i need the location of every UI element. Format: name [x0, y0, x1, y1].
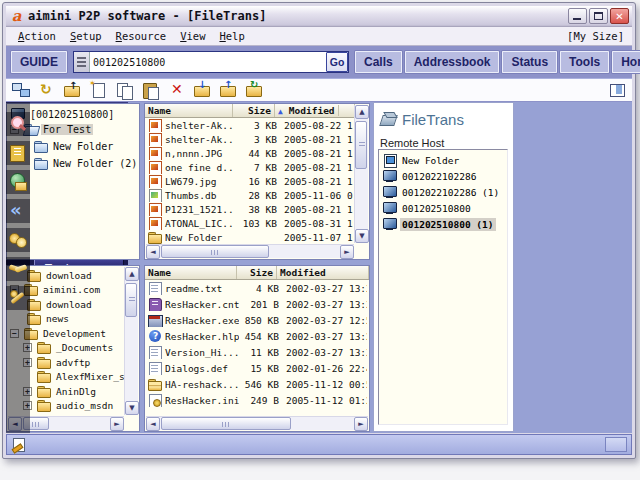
menu-action[interactable]: Action	[12, 28, 62, 44]
doc-file-icon	[147, 346, 163, 359]
folder-up-icon[interactable]	[62, 81, 84, 99]
host-item[interactable]: 0012022102286	[380, 168, 506, 184]
column-header-name[interactable]: Name	[145, 104, 233, 117]
file-row[interactable]: Dialogs.def15 KB2002-01-26 22:46	[145, 360, 369, 376]
doc-file-icon	[147, 362, 163, 375]
scroll-up-icon[interactable]: ▲	[125, 267, 139, 281]
file-row[interactable]: ResHacker.exe850 KB2002-03-27 12:59	[145, 312, 369, 328]
chevrons-icon	[6, 199, 30, 223]
shared-folder-icon	[382, 154, 398, 167]
app-window: a aimini P2P software - [FileTrans] ✕ Ac…	[2, 2, 636, 459]
file-row[interactable]: n,nnnn.JPG44 KB2005-08-21 11:	[145, 146, 355, 160]
file-row[interactable]: ResHacker.hlp454 KB2002-03-27 13:21	[145, 328, 369, 344]
folder-row[interactable]: New Folder2005-11-07 16:	[145, 230, 355, 244]
menu-bar: Action Setup Resource View Help [My Size…	[6, 27, 632, 46]
host-item[interactable]: 0012022102286 (1)	[380, 184, 506, 200]
refresh-icon[interactable]	[36, 81, 58, 99]
icon-toolbar	[6, 79, 632, 102]
tab-calls[interactable]: Calls	[355, 51, 402, 73]
menu-resource[interactable]: Resource	[110, 28, 173, 44]
guide-button[interactable]: GUIDE	[11, 51, 67, 73]
folder-sync-icon[interactable]	[244, 81, 266, 99]
tab-addressbook[interactable]: Addressbook	[405, 51, 500, 73]
folder-icon	[36, 414, 52, 415]
resize-grip[interactable]	[605, 437, 627, 452]
delete-icon[interactable]	[166, 81, 188, 99]
address-group: Go	[73, 51, 349, 73]
file-row[interactable]: shelter-Ak..3 KB2005-08-22 13:	[145, 118, 355, 132]
scrollbar-thumb[interactable]	[161, 245, 269, 258]
file-row[interactable]: Version_Hi...11 KB2002-03-27 13:30	[145, 344, 369, 360]
column-header-name[interactable]: Name	[145, 266, 237, 279]
file-row[interactable]: P1231_1521...38 KB2005-08-21 11:	[145, 202, 355, 216]
column-header-size[interactable]: Size	[233, 104, 275, 117]
minimize-button[interactable]	[568, 8, 587, 24]
picture-file-icon	[147, 119, 163, 132]
scroll-right-icon[interactable]: ►	[110, 417, 124, 431]
host-item[interactable]: 001202510800	[380, 200, 506, 216]
sort-asc-icon: ▲	[278, 107, 283, 116]
file-row[interactable]: ResHacker.cnt201 B2002-03-27 13:31	[145, 296, 369, 312]
file-row[interactable]: one fine d...7 KB2005-08-21 11:	[145, 160, 355, 174]
file-row[interactable]: ATONAL_LIC...103 KB2005-08-31 19:	[145, 216, 355, 230]
scroll-down-icon[interactable]: ▼	[355, 229, 369, 243]
file-row[interactable]: LW679.jpg16 KB2005-08-21 11:	[145, 174, 355, 188]
local-files-panel: Name Size Modified readme.txt4 KB2002-03…	[144, 265, 370, 432]
column-header-modified[interactable]: ▲Modified	[275, 104, 355, 117]
scroll-down-icon[interactable]: ▼	[125, 401, 139, 415]
folder-import-icon[interactable]	[192, 81, 214, 99]
horizontal-scrollbar[interactable]: ◄ ►	[146, 244, 354, 258]
picture-file-icon	[147, 203, 163, 216]
picture-file-icon	[147, 161, 163, 174]
scrollbar-thumb[interactable]	[125, 283, 137, 317]
nav-tabs: Calls Addressbook Status Tools Home	[355, 51, 640, 73]
file-row[interactable]: shelter-Ak..3 KB2005-08-21 16:	[145, 132, 355, 146]
tab-status[interactable]: Status	[502, 51, 557, 73]
close-button[interactable]: ✕	[610, 8, 629, 24]
computer-icon	[382, 218, 398, 231]
remote-files-panel: Name Size ▲Modified shelter-Ak..3 KB2005…	[144, 103, 370, 260]
menu-help[interactable]: Help	[213, 28, 250, 44]
scroll-right-icon[interactable]: ►	[354, 417, 368, 431]
file-row[interactable]: HA-reshack...546 KB2005-11-12 00:51	[145, 376, 369, 392]
menu-setup[interactable]: Setup	[64, 28, 108, 44]
horizontal-scrollbar[interactable]: ◄ ►	[146, 416, 368, 430]
scroll-left-icon[interactable]: ◄	[146, 245, 160, 259]
menu-view[interactable]: View	[174, 28, 211, 44]
network-icon[interactable]	[10, 81, 32, 99]
scroll-left-icon[interactable]: ◄	[146, 417, 160, 431]
file-row[interactable]: Thumbs.db28 KB2005-11-06 04:	[145, 188, 355, 202]
scroll-up-icon[interactable]: ▲	[355, 105, 369, 119]
paste-icon[interactable]	[140, 81, 162, 99]
computer-icon	[382, 202, 398, 215]
vertical-scrollbar[interactable]: ▲ ▼	[354, 105, 368, 243]
file-row[interactable]: readme.txt4 KB2002-03-27 13:30	[145, 280, 369, 296]
folder-export-icon[interactable]	[218, 81, 240, 99]
scroll-right-icon[interactable]: ►	[340, 245, 354, 259]
scrollbar-thumb[interactable]	[161, 417, 291, 430]
title-bar[interactable]: a aimini P2P software - [FileTrans] ✕	[6, 6, 632, 27]
maximize-icon	[594, 12, 603, 20]
maximize-button[interactable]	[589, 8, 608, 24]
copy-icon[interactable]	[114, 81, 136, 99]
host-item-selected[interactable]: 001202510800 (1)	[380, 216, 506, 232]
picture-file-icon	[147, 217, 163, 230]
tab-tools[interactable]: Tools	[560, 51, 609, 73]
handshake-icon	[6, 257, 30, 281]
address-list-icon[interactable]	[74, 52, 90, 72]
folder-icon	[147, 231, 163, 244]
host-item[interactable]: New Folder	[380, 152, 506, 168]
globe-icon	[6, 170, 30, 194]
file-row[interactable]: ResHacker.ini249 B2005-11-12 01:25	[145, 392, 369, 408]
tab-home[interactable]: Home	[612, 51, 640, 73]
layout-panel-icon[interactable]	[606, 81, 628, 99]
column-header-size[interactable]: Size	[237, 266, 277, 279]
scrollbar-thumb[interactable]	[355, 121, 367, 169]
filetrans-icon	[380, 112, 397, 127]
vertical-scrollbar[interactable]: ▲ ▼	[124, 267, 138, 415]
address-input[interactable]	[90, 53, 326, 71]
ini-file-icon	[147, 394, 163, 407]
new-doc-icon[interactable]	[88, 81, 110, 99]
go-button[interactable]: Go	[326, 52, 348, 72]
column-header-modified[interactable]: Modified	[277, 266, 369, 279]
